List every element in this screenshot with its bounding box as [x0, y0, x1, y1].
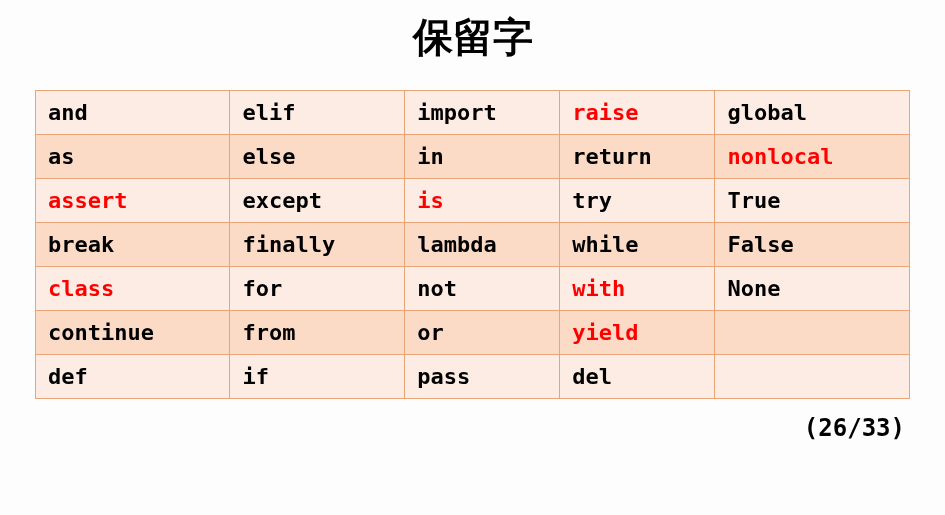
keyword-cell: from	[230, 311, 405, 355]
table-row: assertexceptistryTrue	[36, 179, 910, 223]
keyword-cell: or	[405, 311, 560, 355]
keyword-cell	[715, 355, 910, 399]
keyword-cell: is	[405, 179, 560, 223]
keyword-cell: import	[405, 91, 560, 135]
keyword-cell: raise	[560, 91, 715, 135]
keyword-cell: pass	[405, 355, 560, 399]
keyword-cell: del	[560, 355, 715, 399]
keyword-cell: yield	[560, 311, 715, 355]
keyword-cell: False	[715, 223, 910, 267]
keyword-cell: continue	[36, 311, 230, 355]
keyword-cell: if	[230, 355, 405, 399]
table-row: aselseinreturnnonlocal	[36, 135, 910, 179]
keyword-cell: None	[715, 267, 910, 311]
keyword-cell: try	[560, 179, 715, 223]
slide-title: 保留字	[413, 10, 533, 65]
keyword-cell: while	[560, 223, 715, 267]
keyword-cell: nonlocal	[715, 135, 910, 179]
keyword-cell: not	[405, 267, 560, 311]
keyword-cell: as	[36, 135, 230, 179]
table-row: defifpassdel	[36, 355, 910, 399]
table-row: breakfinallylambdawhileFalse	[36, 223, 910, 267]
keyword-cell: break	[36, 223, 230, 267]
keyword-cell: assert	[36, 179, 230, 223]
keyword-cell: True	[715, 179, 910, 223]
keyword-cell: except	[230, 179, 405, 223]
keyword-cell: with	[560, 267, 715, 311]
table-row: classfornotwithNone	[36, 267, 910, 311]
page-indicator: (26/33)	[35, 414, 910, 442]
keyword-cell: in	[405, 135, 560, 179]
keyword-cell: global	[715, 91, 910, 135]
keyword-cell: lambda	[405, 223, 560, 267]
keyword-cell: finally	[230, 223, 405, 267]
keyword-cell: class	[36, 267, 230, 311]
table-row: continuefromoryield	[36, 311, 910, 355]
table-row: andelifimportraiseglobal	[36, 91, 910, 135]
keyword-cell: else	[230, 135, 405, 179]
keyword-cell	[715, 311, 910, 355]
keyword-cell: and	[36, 91, 230, 135]
keyword-cell: for	[230, 267, 405, 311]
keyword-cell: elif	[230, 91, 405, 135]
keyword-cell: return	[560, 135, 715, 179]
keyword-cell: def	[36, 355, 230, 399]
keywords-table: andelifimportraiseglobalaselseinreturnno…	[35, 90, 910, 399]
